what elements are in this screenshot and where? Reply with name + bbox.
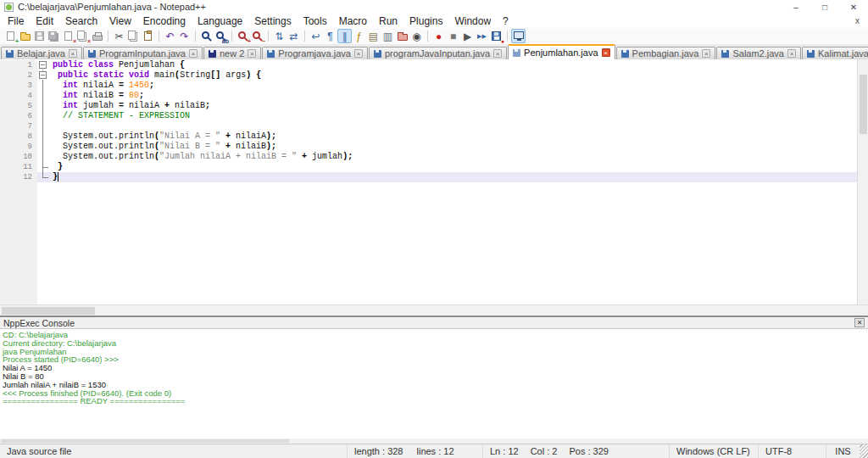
vertical-scrollbar[interactable]: [857, 59, 868, 304]
code-line[interactable]: 6 // STATEMENT - EXPRESSION: [0, 111, 857, 121]
tab-pembagian-java[interactable]: Pembagian.java×: [616, 47, 716, 59]
close-all-icon[interactable]: ×: [75, 29, 90, 43]
redo-icon[interactable]: ↷: [177, 29, 192, 43]
tab-penjumlahan-java[interactable]: Penjumlahan.java×: [508, 44, 615, 59]
macro-save-icon[interactable]: ●: [489, 29, 504, 43]
code-line[interactable]: 3 int nilaiA = 1450;: [0, 81, 857, 91]
document-list-icon[interactable]: ▥: [381, 29, 395, 43]
word-wrap-icon[interactable]: ↩: [309, 29, 323, 43]
code-line[interactable]: 10 System.out.println("Jumlah nilaiA + n…: [0, 152, 857, 162]
menu-item-tools[interactable]: Tools: [298, 14, 333, 28]
code-line[interactable]: 2 public static void main(String[] args)…: [0, 70, 857, 81]
menu-item-encoding[interactable]: Encoding: [137, 14, 192, 28]
maximize-button[interactable]: □: [810, 0, 839, 14]
console-close-icon[interactable]: ✕: [854, 318, 865, 327]
zoom-in-icon[interactable]: +: [236, 29, 250, 43]
code-line[interactable]: 5 int jumlah = nilaiA + nilaiB;: [0, 101, 857, 111]
copy-icon[interactable]: [126, 29, 141, 43]
menubar-close-icon[interactable]: x: [855, 16, 868, 25]
nppexec-console-icon[interactable]: [511, 29, 526, 43]
nppexec-console-glyph: [514, 31, 524, 39]
menu-item-macro[interactable]: Macro: [333, 14, 373, 28]
find-icon[interactable]: [199, 29, 214, 43]
minimize-button[interactable]: –: [782, 0, 810, 14]
menu-item-plugins[interactable]: Plugins: [403, 14, 448, 28]
menu-item-run[interactable]: Run: [373, 14, 403, 28]
code-line[interactable]: 1public class Penjumlahan {: [0, 60, 857, 70]
editor-empty-area[interactable]: [0, 182, 857, 304]
sync-horizontal-scroll-icon[interactable]: ⇄: [287, 29, 301, 43]
tab-belajar-java[interactable]: Belajar.java×: [1, 47, 82, 59]
sync-vertical-scroll-icon[interactable]: ⇅: [272, 29, 287, 43]
code-line[interactable]: 9 System.out.println("Nilai B = " + nila…: [0, 142, 857, 152]
code-token: ;: [205, 101, 210, 110]
console-horizontal-scrollbar-thumb[interactable]: [1, 439, 289, 443]
fold-collapse-box[interactable]: [39, 71, 47, 79]
replace-icon[interactable]: ab: [214, 29, 228, 43]
menu-item-language[interactable]: Language: [192, 14, 248, 28]
menu-item-edit[interactable]: Edit: [30, 14, 59, 28]
console-output[interactable]: CD: C:\belajarjavaCurrent directory: C:\…: [0, 329, 868, 438]
undo-icon[interactable]: ↶: [163, 29, 177, 43]
close-file-icon[interactable]: ×: [61, 29, 75, 43]
open-file-icon[interactable]: [18, 29, 32, 43]
zoom-out-icon[interactable]: −: [250, 29, 264, 43]
tab-close-icon[interactable]: ×: [493, 49, 502, 58]
print-icon[interactable]: [90, 29, 104, 43]
zoom-out-badge: −: [262, 38, 265, 44]
code-line[interactable]: 11 }: [0, 162, 857, 172]
code-line[interactable]: 7: [0, 121, 857, 131]
menu-item-file[interactable]: File: [2, 14, 30, 28]
tab-close-icon[interactable]: ×: [702, 49, 710, 58]
document-map-icon[interactable]: ▤: [366, 29, 381, 43]
tab-programinputan-java[interactable]: ProgramInputan.java×: [83, 47, 203, 59]
show-all-characters-icon[interactable]: ¶: [323, 29, 337, 43]
function-list-icon[interactable]: ƒ: [352, 29, 366, 43]
menu-item-help[interactable]: ?: [497, 14, 515, 28]
menu-item-search[interactable]: Search: [59, 14, 103, 28]
show-indent-guide-icon[interactable]: ∥: [337, 29, 352, 43]
fold-marker[interactable]: [37, 70, 49, 81]
code-token: "Jumlah nilaiA + nilaiB = ": [159, 152, 297, 161]
fold-marker[interactable]: [37, 60, 49, 70]
code-line[interactable]: 12}: [0, 172, 857, 182]
tab-close-icon[interactable]: ×: [189, 49, 198, 58]
code-editor[interactable]: 1public class Penjumlahan {2 public stat…: [0, 59, 857, 304]
vertical-scrollbar-thumb[interactable]: [860, 75, 867, 134]
paste-icon[interactable]: [141, 29, 155, 43]
caret: [58, 172, 58, 182]
tab-new-2[interactable]: new 2×: [203, 47, 261, 59]
tab-close-icon[interactable]: ×: [354, 49, 363, 58]
menu-item-window[interactable]: Window: [448, 14, 497, 28]
menu-item-view[interactable]: View: [103, 14, 137, 28]
close-button[interactable]: ✕: [839, 0, 868, 14]
menu-item-settings[interactable]: Settings: [248, 14, 297, 28]
code-line[interactable]: 8 System.out.println("Nilai A = " + nila…: [0, 131, 857, 142]
file-browser-icon[interactable]: [395, 29, 409, 43]
line-number-margin: [0, 182, 37, 304]
tab-close-icon[interactable]: ×: [787, 49, 796, 58]
fold-collapse-box[interactable]: [39, 61, 47, 69]
macro-play-icon[interactable]: ▶: [460, 29, 475, 43]
resize-grip[interactable]: [860, 444, 868, 458]
console-horizontal-scrollbar[interactable]: [0, 438, 868, 444]
code-token: 1450: [129, 81, 149, 90]
macro-stop-icon[interactable]: ■: [446, 29, 460, 43]
code-token: int: [63, 91, 78, 100]
tab-kalimat-java[interactable]: Kalimat.java×: [802, 47, 868, 59]
fold-guide-line: [42, 152, 43, 162]
horizontal-scrollbar[interactable]: [0, 304, 868, 316]
horizontal-scrollbar-thumb[interactable]: [2, 307, 95, 315]
cut-icon[interactable]: ✂: [112, 29, 126, 43]
tab-salam2-java[interactable]: Salam2.java×: [716, 47, 801, 59]
macro-record-icon[interactable]: ●: [431, 29, 446, 43]
tab-programjava-java[interactable]: Programjava.java×: [262, 47, 368, 59]
tab-close-icon[interactable]: ×: [602, 48, 610, 57]
code-line[interactable]: 4 int nilaiB = 80;: [0, 91, 857, 101]
macro-run-multiple-icon[interactable]: ▶▶: [475, 29, 489, 43]
tab-programjavainputan-java[interactable]: programJavaInputan.java×: [369, 47, 507, 59]
tab-close-icon[interactable]: ×: [248, 49, 256, 58]
monitoring-icon[interactable]: ◉: [409, 29, 424, 43]
tab-close-icon[interactable]: ×: [69, 49, 77, 58]
new-file-icon[interactable]: +: [3, 29, 18, 43]
